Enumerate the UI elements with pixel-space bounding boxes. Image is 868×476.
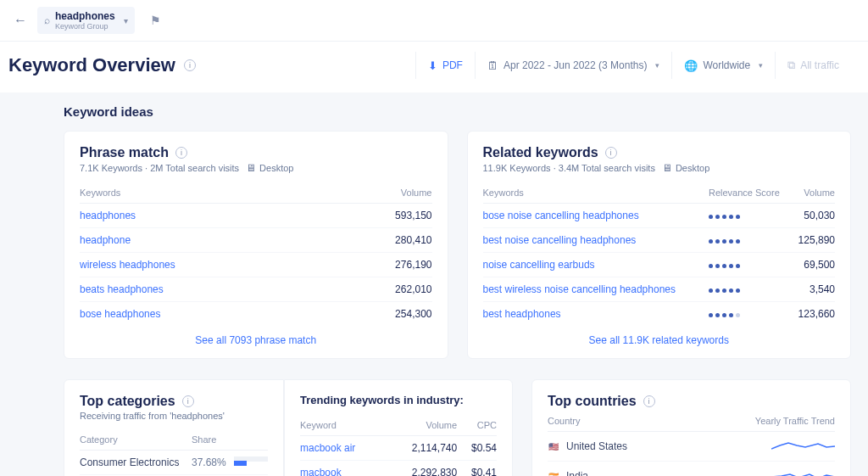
country-flag-icon: 🇺🇸 [548, 440, 559, 452]
keyword-link[interactable]: macbook [300, 467, 342, 476]
country-row: 🇺🇸United States [548, 432, 835, 462]
info-icon[interactable]: i [182, 395, 194, 407]
info-icon[interactable]: i [175, 147, 187, 159]
phrase-match-subtitle: 7.1K Keywords · 2M Total search visits [80, 163, 239, 173]
table-row: macbook2,292,830$0.41 [300, 461, 497, 477]
keyword-link[interactable]: wireless headphones [80, 259, 175, 271]
keyword-link[interactable]: headphones [80, 210, 136, 221]
volume-cell: 69,500 [792, 253, 835, 277]
info-icon[interactable]: i [605, 147, 617, 159]
top-bar: ← ⌕ headphones Keyword Group ▾ ⚑ [0, 0, 868, 41]
calendar-icon: 🗓 [487, 59, 498, 72]
col-category: Category [80, 429, 192, 451]
related-keywords-card: Related keywords i 11.9K Keywords · 3.4M… [467, 131, 852, 359]
col-volume: Volume [334, 182, 431, 204]
export-pdf-button[interactable]: ⬇ PDF [415, 52, 475, 79]
keyword-link[interactable]: macbook air [300, 442, 355, 454]
table-row: headphone280,410 [80, 228, 432, 253]
table-row: best noise cancelling headphones125,890 [483, 228, 836, 253]
filter-icon: ⧉ [787, 59, 795, 72]
related-table: Keywords Relevance Score Volume bose noi… [483, 182, 836, 326]
header-controls: ⬇ PDF 🗓 Apr 2022 - Jun 2022 (3 Months) ▾… [415, 52, 851, 79]
device-tag: 🖥 Desktop [246, 162, 293, 174]
desktop-icon: 🖥 [246, 162, 256, 174]
col-cpc: CPC [457, 415, 497, 436]
table-row: headphones593,150 [80, 204, 432, 228]
keyword-link[interactable]: headphone [80, 234, 131, 246]
device-tag: 🖥 Desktop [662, 162, 709, 174]
sparkline [771, 468, 835, 476]
country-row: 🇮🇳India [548, 462, 835, 476]
volume-cell: 50,030 [792, 204, 835, 228]
volume-cell: 276,190 [334, 253, 431, 277]
volume-cell: 593,150 [334, 204, 431, 228]
see-all-related-link[interactable]: See all 11.9K related keywords [589, 334, 729, 346]
table-row: best wireless noise cancelling headphone… [483, 277, 836, 302]
table-row: beats headphones262,010 [80, 277, 432, 302]
volume-cell: 2,292,830 [387, 461, 457, 477]
table-row: best headphones123,660 [483, 302, 836, 327]
chevron-down-icon: ▾ [124, 16, 128, 25]
info-icon[interactable]: i [184, 59, 196, 71]
keyword-link[interactable]: beats headphones [80, 283, 164, 295]
phrase-match-title: Phrase match [80, 145, 169, 160]
table-row: bose noise cancelling headphones50,030 [483, 204, 836, 228]
sparkline [771, 439, 835, 454]
table-row: noise cancelling earbuds69,500 [483, 253, 836, 277]
share-value: 37.68% [192, 451, 234, 475]
category-name: Consumer Electronics [80, 451, 192, 475]
country-name: India [566, 470, 771, 476]
phrase-match-card: Phrase match i 7.1K Keywords · 2M Total … [64, 131, 448, 359]
table-row: wireless headphones276,190 [80, 253, 432, 277]
share-bar [234, 456, 268, 462]
table-row: macbook air2,114,740$0.54 [300, 436, 497, 461]
volume-cell: 2,114,740 [387, 436, 457, 461]
relevance-score [709, 313, 740, 317]
phrase-match-table: Keywords Volume headphones593,150headpho… [80, 182, 432, 326]
categories-subtitle: Receiving traffic from 'headphones' [80, 411, 268, 421]
cpc-cell: $0.41 [457, 461, 497, 477]
col-relevance: Relevance Score [709, 182, 792, 204]
group-icon: ⌕ [44, 14, 50, 26]
keyword-link[interactable]: bose noise cancelling headphones [483, 210, 639, 221]
back-arrow-icon[interactable]: ← [14, 13, 27, 28]
country-flag-icon: 🇮🇳 [548, 470, 559, 476]
col-keywords: Keywords [80, 182, 334, 204]
col-keywords: Keywords [483, 182, 709, 204]
keyword-link[interactable]: bose headphones [80, 308, 160, 320]
date-range-picker[interactable]: 🗓 Apr 2022 - Jun 2022 (3 Months) ▾ [475, 52, 671, 79]
col-trend: Yearly Traffic Trend [755, 416, 835, 426]
globe-icon: 🌐 [684, 59, 698, 72]
traffic-filter-label: All traffic [800, 59, 839, 71]
keyword-link[interactable]: best wireless noise cancelling headphone… [483, 283, 676, 295]
flag-icon[interactable]: ⚑ [150, 14, 161, 27]
col-volume: Volume [387, 415, 457, 436]
keyword-group-chip[interactable]: ⌕ headphones Keyword Group ▾ [37, 7, 135, 34]
keyword-link[interactable]: best noise cancelling headphones [483, 234, 637, 246]
categories-title: Top categories [80, 394, 175, 409]
cpc-cell: $0.54 [457, 436, 497, 461]
scope-picker[interactable]: 🌐 Worldwide ▾ [671, 52, 775, 79]
col-country: Country [548, 416, 755, 426]
volume-cell: 262,010 [334, 277, 431, 302]
traffic-filter: ⧉ All traffic [775, 52, 851, 79]
keyword-link[interactable]: best headphones [483, 308, 561, 320]
trending-keywords-card: Trending keywords in industry: Keyword V… [284, 379, 513, 476]
top-categories-card: Top categories i Receiving traffic from … [64, 379, 284, 476]
country-name: United States [566, 440, 771, 452]
top-countries-card: Top countries i Country Yearly Traffic T… [531, 379, 851, 476]
pdf-label: PDF [442, 59, 463, 71]
table-row: Consumer Electronics37.68% [80, 451, 268, 475]
see-all-phrase-link[interactable]: See all 7093 phrase match [195, 334, 316, 346]
page-title: Keyword Overview [8, 54, 175, 76]
info-icon[interactable]: i [643, 395, 655, 407]
chevron-down-icon: ▾ [655, 61, 659, 70]
volume-cell: 123,660 [792, 302, 835, 327]
col-share: Share [192, 429, 268, 451]
volume-cell: 280,410 [334, 228, 431, 253]
volume-cell: 3,540 [792, 277, 835, 302]
keyword-link[interactable]: noise cancelling earbuds [483, 259, 595, 271]
chip-title: headphones [55, 10, 115, 22]
download-icon: ⬇ [428, 59, 437, 72]
chevron-down-icon: ▾ [759, 61, 763, 70]
